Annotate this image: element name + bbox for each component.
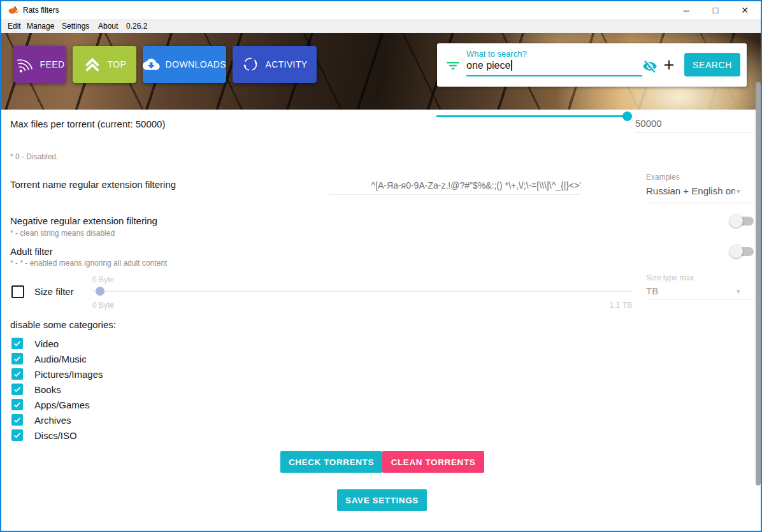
- category-checkbox-archives[interactable]: [11, 414, 23, 426]
- minimize-icon: ─: [683, 6, 689, 15]
- category-label-archives: Archives: [34, 415, 71, 426]
- category-checkbox-discs[interactable]: [11, 429, 23, 441]
- category-label-video: Video: [34, 338, 59, 349]
- eye-off-icon[interactable]: [641, 59, 659, 74]
- size-filter-checkbox[interactable]: [11, 285, 24, 298]
- scrollbar-thumb[interactable]: [756, 82, 761, 485]
- activity-label: ACTIVITY: [265, 59, 307, 69]
- app-rat-icon: [8, 4, 19, 15]
- search-label: What to search?: [466, 49, 527, 59]
- menu-item-edit[interactable]: Edit: [8, 22, 21, 31]
- max-files-underline: [635, 132, 754, 133]
- header-banner: FEED TOP DOWNLOADS ACTIVITY: [1, 33, 761, 110]
- negative-regex-note: * - clean string means disabled: [10, 229, 115, 238]
- save-settings-button[interactable]: SAVE SETTINGS: [337, 489, 427, 511]
- max-files-slider-knob[interactable]: [622, 111, 632, 121]
- adult-filter-note: * - * - enabled means ignoring all adult…: [10, 259, 167, 268]
- titlebar: Rats filters ─ □ ✕: [1, 1, 761, 19]
- toggle-knob: [730, 245, 743, 258]
- max-files-slider-track[interactable]: [436, 115, 628, 117]
- category-label-audio: Audio/Music: [34, 354, 87, 364]
- size-type-select[interactable]: TB: [646, 285, 658, 296]
- size-min-label-top: 0 Byte: [92, 275, 114, 284]
- feed-label: FEED: [40, 59, 65, 69]
- maximize-icon: □: [713, 5, 718, 15]
- category-label-pictures: Pictures/Images: [34, 369, 103, 380]
- top-label: TOP: [108, 59, 127, 69]
- category-checkbox-video[interactable]: [11, 338, 23, 349]
- examples-select[interactable]: Russian + English only (...: [646, 185, 735, 196]
- name-regex-underline: [329, 194, 581, 195]
- rats-filters-window: Rats filters ─ □ ✕ Edit Manage Settings …: [0, 0, 762, 532]
- check-torrents-button[interactable]: CHECK TORRENTS: [280, 451, 382, 473]
- downloads-icon: [143, 55, 160, 74]
- size-filter-label: Size filter: [34, 286, 74, 297]
- search-underline: [466, 75, 642, 76]
- check-icon: [13, 431, 22, 440]
- size-slider-track[interactable]: [92, 291, 632, 292]
- size-max-label: 1.1 TB: [568, 301, 632, 310]
- category-checkbox-apps[interactable]: [11, 399, 23, 410]
- menu-item-about[interactable]: About: [98, 22, 118, 31]
- category-checkbox-pictures[interactable]: [11, 368, 23, 380]
- search-button[interactable]: SEARCH: [684, 53, 740, 76]
- negative-regex-label: Negative regular extension filtering: [10, 215, 157, 226]
- activity-button[interactable]: ACTIVITY: [233, 46, 317, 83]
- clean-torrents-button[interactable]: CLEAN TORRENTS: [382, 451, 484, 473]
- category-label-apps: Apps/Games: [34, 399, 90, 410]
- top-icon: [83, 55, 102, 74]
- feed-button[interactable]: FEED: [13, 46, 66, 83]
- menu-item-manage[interactable]: Manage: [27, 22, 54, 31]
- examples-label: Examples: [646, 173, 680, 182]
- feed-icon: [13, 53, 36, 76]
- check-icon: [13, 354, 22, 363]
- activity-icon: [241, 55, 259, 73]
- adult-filter-toggle[interactable]: [731, 247, 754, 256]
- check-icon: [13, 370, 22, 378]
- max-files-input[interactable]: 50000: [635, 118, 662, 129]
- category-checkbox-books[interactable]: [11, 384, 23, 395]
- search-input[interactable]: one piece: [466, 60, 512, 71]
- close-button[interactable]: ✕: [730, 1, 759, 19]
- top-button[interactable]: TOP: [73, 46, 136, 83]
- menu-item-settings[interactable]: Settings: [62, 22, 89, 31]
- text-caret: [511, 60, 512, 71]
- size-type-underline: [646, 299, 754, 299]
- category-label-discs: Discs/ISO: [34, 430, 77, 441]
- downloads-label: DOWNLOADS: [166, 59, 226, 69]
- close-icon: ✕: [741, 5, 749, 15]
- filter-icon: [446, 61, 460, 70]
- name-regex-input[interactable]: ^[А-Яа-я0-9A-Za-z.!@?#"$%&:;() *\+,\/;\-…: [288, 180, 581, 191]
- name-regex-label: Torrent name regular extension filtering: [10, 179, 176, 190]
- max-files-note: * 0 - Disabled.: [10, 152, 58, 161]
- examples-underline: [646, 203, 754, 203]
- check-icon: [13, 339, 22, 348]
- menu-bar: Edit Manage Settings About 0.26.2: [1, 19, 761, 33]
- check-icon: [13, 400, 22, 409]
- minimize-button[interactable]: ─: [672, 1, 701, 19]
- category-checkbox-audio[interactable]: [11, 353, 23, 364]
- maximize-button[interactable]: □: [701, 1, 730, 19]
- menu-item-version[interactable]: 0.26.2: [126, 22, 147, 31]
- toggle-knob: [730, 214, 743, 227]
- check-icon: [13, 385, 22, 394]
- size-type-label: Size type max: [646, 273, 694, 282]
- adult-filter-label: Adult filter: [10, 246, 53, 257]
- search-card: What to search? one piece + SEARCH: [437, 43, 747, 87]
- size-min-label-bottom: 0 Byte: [92, 301, 114, 310]
- downloads-button[interactable]: DOWNLOADS: [143, 46, 226, 83]
- window-title: Rats filters: [23, 6, 59, 15]
- max-files-label: Max files per torrent (current: 50000): [10, 119, 165, 129]
- search-input-value: one piece: [466, 60, 510, 71]
- negative-regex-toggle[interactable]: [731, 217, 754, 226]
- category-label-books: Books: [34, 384, 61, 395]
- check-icon: [13, 415, 22, 424]
- size-slider-knob[interactable]: [96, 287, 104, 296]
- categories-title: disable some categories:: [10, 319, 116, 330]
- examples-dropdown-arrow-icon[interactable]: ▼: [735, 188, 742, 195]
- plus-icon[interactable]: +: [660, 54, 678, 76]
- size-type-dropdown-arrow-icon[interactable]: ▼: [735, 288, 742, 295]
